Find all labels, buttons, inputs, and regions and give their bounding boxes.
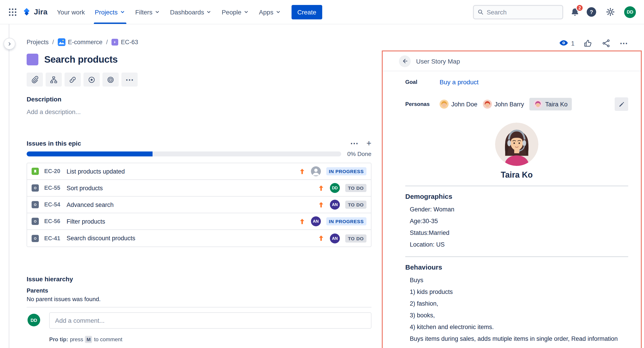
personas-label: Personas [405, 101, 440, 107]
status-badge[interactable]: IN PROGRESS [326, 217, 366, 225]
status-badge[interactable]: TO DO [345, 184, 366, 192]
behaviour-line: 3) books, [410, 310, 628, 321]
ellipsis-icon: ⋯ [126, 75, 134, 84]
search-input[interactable] [487, 8, 559, 15]
issue-key-link[interactable]: EC-41 [44, 235, 60, 241]
issue-key-link[interactable]: EC-55 [44, 185, 60, 191]
watch-button[interactable]: 1 [560, 40, 574, 47]
issue-key-link[interactable]: EC-56 [44, 218, 60, 224]
main-area: 1 ⋯ Projects / E-commerce / [0, 24, 644, 348]
behaviours-heading: Behaviours [405, 263, 628, 271]
issue-row[interactable]: EC-55 Sort products DD TO DO [27, 180, 371, 196]
epic-issues-more-button[interactable]: ⋯ [350, 139, 358, 147]
status-badge[interactable]: TO DO [345, 201, 366, 209]
epic-bolt-icon [113, 40, 117, 44]
personas-row: Personas John Doe John Barry Taira Ko [405, 97, 628, 111]
help-button[interactable]: ? [587, 7, 596, 17]
behaviours-lines: Buys 1) kids products 2) fashion, 3) boo… [405, 275, 628, 348]
issue-key-link[interactable]: EC-20 [44, 168, 60, 174]
demographic-line: Age:30-35 [410, 215, 628, 227]
priority-high-icon [318, 235, 324, 242]
breadcrumb-separator: / [52, 39, 54, 45]
user-avatar[interactable]: DD [624, 6, 636, 18]
assignee-avatar[interactable]: AN [330, 200, 340, 210]
issue-row[interactable]: EC-56 Filter products AN IN PROGRESS [27, 213, 371, 230]
user-story-map-panel: User Story Map Goal Buy a product Person… [382, 50, 642, 348]
demographic-line: Status:Married [410, 227, 628, 239]
nav-filters[interactable]: Filters [130, 0, 165, 24]
issue-key-link[interactable]: EC-54 [44, 201, 60, 208]
nav-dashboards[interactable]: Dashboards [165, 0, 216, 24]
assignee-avatar[interactable]: AN [330, 233, 340, 243]
add-child-issue-button[interactable] [46, 73, 62, 87]
chevron-down-icon [206, 9, 212, 15]
panel-back-button[interactable] [399, 55, 411, 67]
edit-personas-button[interactable] [615, 97, 628, 111]
persona-avatar-icon [534, 100, 542, 109]
issue-row[interactable]: EC-20 List products updated IN PROGRESS [27, 163, 371, 180]
persona-hero: Taira Ko [405, 123, 628, 180]
issue-row[interactable]: EC-54 Advanced search AN TO DO [27, 196, 371, 213]
breadcrumb-issue-link[interactable]: EC-63 [121, 39, 138, 45]
demographic-line: Gender: Woman [410, 204, 628, 215]
chevron-right-icon [6, 41, 12, 47]
epic-progress: 0% Done [27, 151, 372, 157]
divider [27, 307, 372, 307]
jira-page: Jira Your work Projects Filters Dashboar… [0, 0, 644, 348]
breadcrumb-projects-link[interactable]: Projects [27, 39, 49, 45]
persona-chip-john-barry[interactable]: John Barry [483, 100, 524, 109]
description-placeholder[interactable]: Add a description... [27, 108, 81, 115]
jira-logo-icon [22, 7, 32, 17]
apps-grid-icon [8, 7, 17, 16]
story-points-button[interactable] [102, 73, 119, 87]
issue-summary: List products updated [66, 168, 125, 175]
woman-headset-illustration [495, 123, 538, 166]
issue-row[interactable]: EC-41 Search discount products AN TO DO [27, 230, 371, 247]
assignee-avatar[interactable]: DD [330, 183, 340, 193]
breadcrumb-project-link[interactable]: E-commerce [68, 39, 102, 45]
hierarchy-icon [50, 75, 58, 84]
nav-people[interactable]: People [216, 0, 254, 24]
issue-summary: Advanced search [66, 201, 114, 208]
app-switcher-button[interactable] [6, 5, 20, 19]
jira-logo[interactable]: Jira [22, 7, 48, 17]
settings-button[interactable] [603, 5, 617, 19]
status-badge[interactable]: IN PROGRESS [326, 167, 366, 175]
add-flag-button[interactable] [84, 73, 100, 87]
more-actions-button[interactable]: ⋯ [620, 39, 628, 47]
comment-input[interactable] [49, 312, 372, 329]
persona-chip-taira-ko[interactable]: Taira Ko [529, 98, 572, 110]
global-search[interactable] [473, 5, 563, 19]
sidebar-expand-button[interactable] [4, 38, 15, 50]
link-issue-button[interactable] [64, 73, 81, 87]
nav-apps[interactable]: Apps [254, 0, 286, 24]
assignee-avatar[interactable]: AN [311, 216, 321, 226]
nav-projects[interactable]: Projects [90, 0, 130, 24]
issue-view: Projects / E-commerce / EC-63 [27, 24, 372, 348]
epic-color-icon [27, 54, 38, 65]
behaviour-line: Buys [410, 275, 628, 286]
share-button[interactable] [602, 39, 610, 48]
project-image-icon [58, 38, 65, 46]
no-parent-message: No parent issues was found. [27, 296, 101, 303]
more-quick-actions-button[interactable]: ⋯ [122, 73, 138, 87]
priority-high-icon [318, 201, 324, 208]
goal-link[interactable]: Buy a product [440, 78, 478, 86]
assignee-avatar[interactable] [311, 166, 321, 176]
nav-your-work[interactable]: Your work [52, 0, 90, 24]
create-button[interactable]: Create [291, 5, 322, 19]
persona-chips: John Doe John Barry Taira Ko [440, 98, 572, 110]
priority-high-icon [318, 184, 324, 191]
attach-button[interactable] [27, 73, 43, 87]
issue-hierarchy-heading: Issue hierarchy [27, 275, 73, 283]
issue-type-icon [32, 168, 39, 175]
issue-type-icon [32, 235, 39, 242]
notifications-button[interactable]: 2 [570, 7, 580, 17]
status-badge[interactable]: TO DO [345, 234, 366, 242]
primary-nav: Your work Projects Filters Dashboards Pe… [52, 0, 286, 24]
add-issue-button[interactable]: + [366, 139, 372, 147]
panel-header: User Story Map [383, 51, 641, 71]
like-button[interactable] [584, 39, 592, 48]
notification-count-badge: 2 [576, 4, 584, 11]
persona-chip-john-doe[interactable]: John Doe [440, 100, 478, 109]
